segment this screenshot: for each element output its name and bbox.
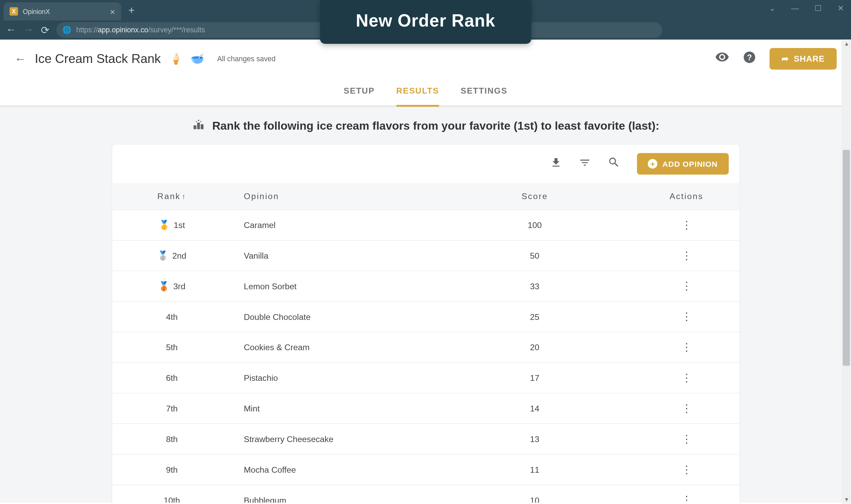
column-score[interactable]: Score — [436, 191, 633, 201]
share-button[interactable]: ➦ SHARE — [770, 48, 837, 69]
save-status: All changes saved — [217, 54, 276, 63]
score-cell: 20 — [436, 342, 633, 352]
table-row[interactable]: 10thBubblegum10⋮ — [112, 485, 739, 502]
rank-cell: 8th — [112, 434, 232, 444]
svg-point-7 — [196, 121, 197, 122]
rank-cell: 5th — [112, 342, 232, 352]
tab-favicon: X — [10, 7, 18, 16]
preview-eye-icon[interactable] — [715, 50, 729, 68]
plus-circle-icon: + — [648, 159, 658, 168]
share-arrow-icon: ➦ — [782, 54, 789, 64]
add-opinion-button[interactable]: + ADD OPINION — [637, 153, 728, 174]
row-actions-menu[interactable]: ⋮ — [634, 279, 739, 293]
rank-cell: 9th — [112, 465, 232, 474]
score-cell: 25 — [436, 312, 633, 321]
table-row[interactable]: 6thPistachio17⋮ — [112, 363, 739, 393]
svg-point-5 — [198, 119, 199, 121]
window-close-icon[interactable]: ✕ — [837, 4, 844, 13]
score-cell: 17 — [436, 373, 633, 383]
opinion-cell: Lemon Sorbet — [232, 281, 436, 291]
table-row[interactable]: 8thStrawberry Cheesecake13⋮ — [112, 424, 739, 455]
page-title: Ice Cream Stack Rank — [35, 52, 161, 66]
content-area: Rank the following ice cream flavors fro… — [0, 107, 851, 503]
browser-back-icon[interactable]: ← — [6, 24, 16, 36]
scroll-up-icon[interactable]: ▲ — [844, 41, 849, 47]
score-cell: 14 — [436, 404, 633, 413]
help-icon[interactable]: ? — [742, 50, 756, 67]
rank-cell: 🥉3rd — [112, 281, 232, 292]
rank-cell: 7th — [112, 404, 232, 413]
row-actions-menu[interactable]: ⋮ — [634, 341, 739, 354]
scrollbar-thumb[interactable] — [843, 150, 850, 366]
column-rank[interactable]: Rank↑ — [112, 191, 232, 201]
tab-title: OpinionX — [23, 8, 105, 15]
row-actions-menu[interactable]: ⋮ — [634, 402, 739, 415]
table-row[interactable]: 4thDouble Chocolate25⋮ — [112, 302, 739, 332]
opinion-cell: Bubblegum — [232, 495, 436, 502]
window-chevron-icon[interactable]: ⌄ — [769, 4, 775, 13]
table-row[interactable]: 🥇1stCaramel100⋮ — [112, 210, 739, 241]
new-tab-button[interactable]: + — [128, 4, 135, 16]
window-minimize-icon[interactable]: — — [791, 4, 799, 13]
score-cell: 33 — [436, 281, 633, 291]
row-actions-menu[interactable]: ⋮ — [634, 249, 739, 262]
rank-cell: 6th — [112, 373, 232, 383]
medal-icon: 🥇 — [159, 220, 170, 230]
rank-cell: 🥇1st — [112, 220, 232, 230]
tab-close-icon[interactable]: × — [110, 6, 115, 17]
ice-cream-emoji: 🍦 — [169, 52, 182, 65]
back-arrow-icon[interactable]: ← — [14, 52, 26, 66]
svg-point-6 — [200, 121, 201, 122]
table-row[interactable]: 5thCookies & Cream20⋮ — [112, 332, 739, 363]
tab-settings[interactable]: SETTINGS — [461, 86, 507, 107]
opinion-cell: Mint — [232, 404, 436, 413]
opinion-cell: Caramel — [232, 220, 436, 230]
svg-rect-4 — [200, 124, 203, 129]
score-cell: 11 — [436, 465, 633, 474]
tab-setup[interactable]: SETUP — [344, 86, 375, 107]
score-cell: 10 — [436, 495, 633, 502]
column-opinion[interactable]: Opinion — [232, 191, 436, 201]
window-maximize-icon[interactable]: ☐ — [815, 4, 822, 13]
row-actions-menu[interactable]: ⋮ — [634, 310, 739, 323]
browser-forward-icon[interactable]: → — [23, 24, 34, 36]
table-header: Rank↑ Opinion Score Actions — [112, 183, 739, 210]
download-icon[interactable] — [550, 156, 562, 171]
score-cell: 13 — [436, 434, 633, 444]
ranking-icon — [192, 117, 205, 134]
column-actions: Actions — [634, 191, 739, 201]
row-actions-menu[interactable]: ⋮ — [634, 371, 739, 385]
svg-text:?: ? — [747, 53, 752, 62]
table-row[interactable]: 🥈2ndVanilla50⋮ — [112, 241, 739, 271]
browser-tab[interactable]: X OpinionX × — [4, 2, 121, 20]
opinion-cell: Pistachio — [232, 373, 436, 383]
rank-cell: 🥈2nd — [112, 250, 232, 261]
svg-rect-3 — [197, 123, 200, 129]
browser-reload-icon[interactable]: ⟳ — [41, 24, 49, 36]
app-header: ← Ice Cream Stack Rank 🍦 🥣 All changes s… — [0, 39, 851, 72]
opinion-cell: Mocha Coffee — [232, 465, 436, 474]
table-row[interactable]: 7thMint14⋮ — [112, 393, 739, 424]
results-table: Rank↑ Opinion Score Actions 🥇1stCaramel1… — [112, 183, 739, 502]
medal-icon: 🥈 — [157, 250, 168, 261]
score-cell: 50 — [436, 251, 633, 260]
table-row[interactable]: 9thMocha Coffee11⋮ — [112, 455, 739, 485]
tab-results[interactable]: RESULTS — [396, 86, 439, 107]
score-cell: 100 — [436, 220, 633, 230]
row-actions-menu[interactable]: ⋮ — [634, 463, 739, 476]
globe-icon: 🌐 — [62, 26, 71, 34]
results-card: + ADD OPINION Rank↑ Opinion Score Action… — [112, 145, 739, 503]
search-icon[interactable] — [608, 156, 620, 172]
nav-tabs: SETUP RESULTS SETTINGS — [0, 72, 851, 107]
row-actions-menu[interactable]: ⋮ — [634, 218, 739, 231]
opinion-cell: Vanilla — [232, 251, 436, 260]
table-row[interactable]: 🥉3rdLemon Sorbet33⋮ — [112, 271, 739, 302]
scroll-down-icon[interactable]: ▼ — [844, 497, 849, 503]
question-text: Rank the following ice cream flavors fro… — [212, 119, 659, 132]
row-actions-menu[interactable]: ⋮ — [634, 493, 739, 502]
filter-icon[interactable] — [579, 156, 591, 171]
overlay-banner: New Order Rank — [320, 0, 531, 44]
row-actions-menu[interactable]: ⋮ — [634, 432, 739, 445]
opinion-cell: Strawberry Cheesecake — [232, 434, 436, 444]
sort-arrow-up-icon: ↑ — [182, 193, 186, 201]
